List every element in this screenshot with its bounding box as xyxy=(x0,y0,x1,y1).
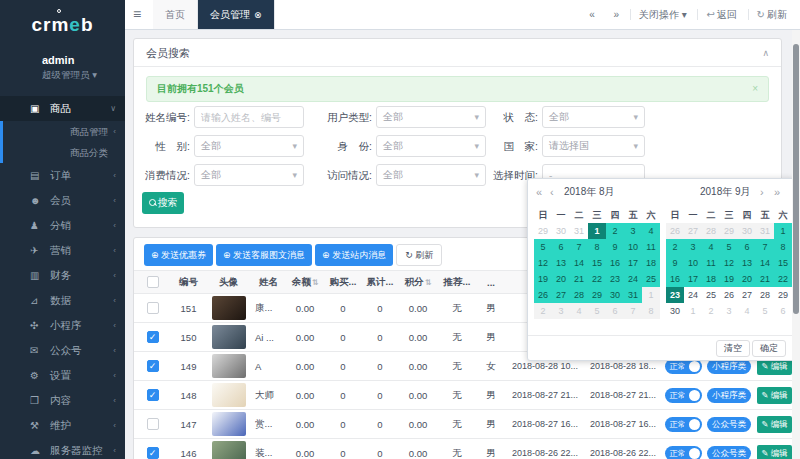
calendar-day[interactable]: 18 xyxy=(642,255,660,271)
calendar-day[interactable]: 7 xyxy=(624,303,642,319)
edit-button[interactable]: ✎ 编辑 xyxy=(757,445,791,459)
calendar-day[interactable]: 12 xyxy=(534,255,552,271)
calendar-day[interactable]: 19 xyxy=(720,271,738,287)
calendar-day[interactable]: 20 xyxy=(552,271,570,287)
calendar-day[interactable]: 3 xyxy=(552,303,570,319)
calendar-day[interactable]: 1 xyxy=(774,223,792,239)
scrollbar-thumb[interactable] xyxy=(793,44,799,314)
calendar-day[interactable]: 29 xyxy=(774,287,792,303)
calendar-day[interactable]: 2 xyxy=(534,303,552,319)
calendar-day[interactable]: 24 xyxy=(624,271,642,287)
calendar-day[interactable]: 17 xyxy=(624,255,642,271)
status-toggle[interactable]: 正常 xyxy=(665,417,702,432)
admin-role-dropdown[interactable]: 超级管理员 ▾ xyxy=(42,69,125,82)
calendar-day[interactable]: 5 xyxy=(534,239,552,255)
sidebar-item-member[interactable]: ☻会员‹ xyxy=(0,188,125,213)
sidebar-item-order[interactable]: ▤订单‹ xyxy=(0,163,125,188)
calendar-day[interactable]: 12 xyxy=(720,255,738,271)
next-year-icon[interactable]: » xyxy=(774,179,780,205)
calendar-day[interactable]: 27 xyxy=(552,287,570,303)
bulk-button[interactable]: ⊕ 发送优惠券 xyxy=(144,244,213,266)
sidebar-item-product[interactable]: ▣商品∨ xyxy=(0,96,125,121)
refresh-page-button[interactable]: ↻刷新 xyxy=(748,9,795,20)
calendar-day[interactable]: 27 xyxy=(738,287,756,303)
calendar-day[interactable]: 3 xyxy=(624,223,642,239)
calendar-day[interactable]: 4 xyxy=(570,303,588,319)
collapse-panel-icon[interactable]: ∧ xyxy=(762,39,769,67)
calendar-day[interactable]: 7 xyxy=(570,239,588,255)
prev-year-icon[interactable]: « xyxy=(536,179,542,205)
calendar-day[interactable]: 31 xyxy=(570,223,588,239)
calendar-day[interactable]: 13 xyxy=(738,255,756,271)
sidebar-item-content[interactable]: ❐内容‹ xyxy=(0,388,125,413)
calendar-day[interactable]: 8 xyxy=(774,239,792,255)
page-scrollbar[interactable] xyxy=(792,30,800,459)
edit-button[interactable]: ✎ 编辑 xyxy=(757,416,791,433)
sidebar-item-distribution[interactable]: ♟分销‹ xyxy=(0,213,125,238)
hamburger-icon[interactable]: ≡ xyxy=(133,0,141,29)
back-button[interactable]: ↩返回 xyxy=(697,9,744,20)
calendar-day[interactable]: 26 xyxy=(666,223,684,239)
sort-icon[interactable]: ⇅ xyxy=(312,278,319,287)
calendar-day[interactable]: 8 xyxy=(588,239,606,255)
calendar-day[interactable]: 30 xyxy=(666,303,684,319)
calendar-day[interactable]: 22 xyxy=(588,271,606,287)
scroll-tabs-left-button[interactable]: « xyxy=(581,9,603,20)
calendar-day[interactable]: 16 xyxy=(666,271,684,287)
calendar-day[interactable]: 6 xyxy=(738,239,756,255)
row-checkbox[interactable]: ✓ xyxy=(147,389,159,401)
refresh-table-button[interactable]: ↻ 刷新 xyxy=(396,244,442,266)
identity-select[interactable]: 全部▾ xyxy=(376,135,486,157)
sidebar-subitem[interactable]: 商品管理‹ xyxy=(0,121,125,142)
calendar-day[interactable]: 19 xyxy=(534,271,552,287)
calendar-day[interactable]: 26 xyxy=(534,287,552,303)
next-month-icon[interactable]: › xyxy=(760,179,764,205)
calendar-day[interactable]: 11 xyxy=(702,255,720,271)
calendar-day[interactable]: 10 xyxy=(684,255,702,271)
calendar-day[interactable]: 27 xyxy=(684,223,702,239)
calendar-day[interactable]: 3 xyxy=(720,303,738,319)
visit-select[interactable]: 全部▾ xyxy=(376,164,486,186)
prev-month-icon[interactable]: ‹ xyxy=(550,179,554,205)
search-button[interactable]: 搜索 xyxy=(142,192,184,214)
confirm-button[interactable]: 确定 xyxy=(752,340,786,357)
calendar-day[interactable]: 23 xyxy=(666,287,684,303)
calendar-day[interactable]: 30 xyxy=(606,287,624,303)
calendar-day[interactable]: 22 xyxy=(774,271,792,287)
sort-icon[interactable]: ⇅ xyxy=(425,278,432,287)
calendar-day[interactable]: 25 xyxy=(642,271,660,287)
tab-会员管理[interactable]: 会员管理⊗ xyxy=(198,0,275,29)
bulk-button[interactable]: ⊕ 发送站内消息 xyxy=(315,244,393,266)
calendar-day[interactable]: 29 xyxy=(588,287,606,303)
sidebar-item-marketing[interactable]: ✈营销‹ xyxy=(0,238,125,263)
calendar-day[interactable]: 4 xyxy=(738,303,756,319)
calendar-day[interactable]: 6 xyxy=(552,239,570,255)
calendar-day[interactable]: 21 xyxy=(570,271,588,287)
consume-select[interactable]: 全部▾ xyxy=(194,164,304,186)
tab-首页[interactable]: 首页 xyxy=(153,0,198,29)
calendar-day[interactable]: 17 xyxy=(684,271,702,287)
calendar-day[interactable]: 6 xyxy=(606,303,624,319)
calendar-day[interactable]: 31 xyxy=(756,223,774,239)
sidebar-item-settings[interactable]: ⚙设置‹ xyxy=(0,363,125,388)
status-toggle[interactable]: 正常 xyxy=(665,446,702,459)
row-checkbox[interactable] xyxy=(147,302,159,314)
country-select[interactable]: 请选择国▾ xyxy=(542,135,645,157)
calendar-day[interactable]: 29 xyxy=(534,223,552,239)
calendar-day[interactable]: 14 xyxy=(756,255,774,271)
row-checkbox[interactable] xyxy=(147,418,159,430)
sidebar-item-miniprogram[interactable]: ✣小程序‹ xyxy=(0,313,125,338)
calendar-day[interactable]: 20 xyxy=(738,271,756,287)
sidebar-item-data[interactable]: ⊿数据‹ xyxy=(0,288,125,313)
status-select[interactable]: 全部▾ xyxy=(542,106,645,128)
calendar-day[interactable]: 15 xyxy=(774,255,792,271)
sidebar-item-server[interactable]: ☁服务器监控‹ xyxy=(0,438,125,459)
alert-close-icon[interactable]: × xyxy=(752,77,758,101)
gender-select[interactable]: 全部▾ xyxy=(194,135,304,157)
calendar-day[interactable]: 2 xyxy=(666,239,684,255)
calendar-day[interactable]: 21 xyxy=(756,271,774,287)
edit-button[interactable]: ✎ 编辑 xyxy=(757,387,791,404)
calendar-day[interactable]: 25 xyxy=(702,287,720,303)
calendar-day[interactable]: 30 xyxy=(738,223,756,239)
calendar-day[interactable]: 23 xyxy=(606,271,624,287)
